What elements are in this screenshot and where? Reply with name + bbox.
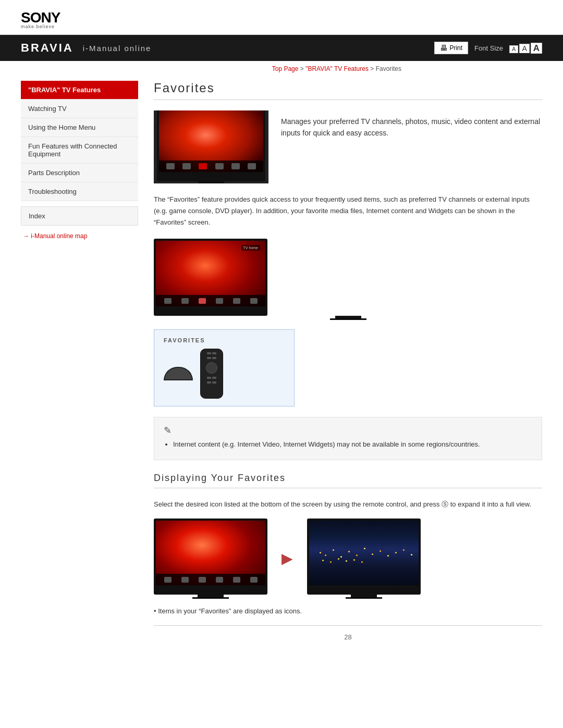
image-row: ► <box>154 519 542 599</box>
print-label: Print <box>449 44 462 52</box>
sidebar-item-bravia-tv-features[interactable]: "BRAVIA" TV Features <box>21 81 138 100</box>
sidebar-item-troubleshooting[interactable]: Troubleshooting <box>21 182 138 201</box>
note-text: Internet content (e.g. Internet Video, I… <box>164 439 532 450</box>
bullet-item-1: Items in your “Favorites” are displayed … <box>154 607 542 615</box>
sidebar-item-parts-description[interactable]: Parts Description <box>21 164 138 182</box>
font-size-controls: A A A <box>509 43 542 54</box>
favorites-inner <box>164 349 285 399</box>
breadcrumb: Top Page > "BRAVIA" TV Features > Favori… <box>0 61 563 76</box>
page-footer: 28 <box>154 625 542 648</box>
sidebar-item-fun-features[interactable]: Fun Features with Connected Equipment <box>21 137 138 164</box>
sidebar-item-watching-tv[interactable]: Watching TV <box>21 100 138 118</box>
sidebar: "BRAVIA" TV Features Watching TV Using t… <box>0 76 138 648</box>
note-icon: ✎ <box>164 425 532 436</box>
font-medium-button[interactable]: A <box>519 44 529 53</box>
page-title: Favorites <box>154 76 542 95</box>
note-box: ✎ Internet content (e.g. Internet Video,… <box>154 417 542 460</box>
favorites-label: FAVORITES <box>164 337 285 343</box>
sidebar-item-using-home-menu[interactable]: Using the Home Menu <box>21 118 138 137</box>
breadcrumb-current: Favorites <box>376 65 401 72</box>
breadcrumb-sep1: > <box>300 65 305 72</box>
sony-tagline: make.believe <box>21 24 542 29</box>
section2-divider <box>154 488 542 488</box>
intro-section: Manages your preferred TV channels, phot… <box>154 110 542 183</box>
font-size-label: Font Size <box>474 44 503 52</box>
bravia-logo: BRAVIA <box>21 41 74 55</box>
section2-title: Displaying Your Favorites <box>154 473 542 484</box>
breadcrumb-top[interactable]: Top Page <box>272 65 299 72</box>
navbar-brand: BRAVIA i-Manual online <box>21 41 151 55</box>
arrow-icon: ► <box>278 548 297 570</box>
imanual-map-link[interactable]: i-Manual online map <box>23 232 87 240</box>
main-layout: "BRAVIA" TV Features Watching TV Using t… <box>0 76 563 669</box>
body-text: The “Favorites” feature provides quick a… <box>154 194 542 228</box>
section2-text: Select the desired icon listed at the bo… <box>154 499 542 510</box>
content-area: Favorites <box>138 76 563 648</box>
page-number: 28 <box>344 633 351 641</box>
print-icon: 🖶 <box>440 44 447 52</box>
intro-tv-image <box>154 110 268 183</box>
sidebar-index[interactable]: Index <box>21 206 138 226</box>
font-large-button[interactable]: A <box>531 43 542 54</box>
city-tv-image <box>307 519 421 599</box>
flower-tv-image <box>154 519 267 599</box>
intro-text: Manages your preferred TV channels, phot… <box>281 110 542 139</box>
title-divider <box>154 100 542 100</box>
favorites-diagram: FAVORITES <box>154 329 295 406</box>
breadcrumb-sep2: > <box>370 65 375 72</box>
sidebar-map-link[interactable]: i-Manual online map <box>21 232 138 240</box>
font-small-button[interactable]: A <box>509 45 518 53</box>
breadcrumb-features[interactable]: "BRAVIA" TV Features <box>305 65 369 72</box>
navbar-controls: 🖶 Print Font Size A A A <box>434 42 542 54</box>
navbar: BRAVIA i-Manual online 🖶 Print Font Size… <box>0 35 563 61</box>
tv-image-2-wrapper: TV home <box>154 239 542 320</box>
page-header: SONY make.believe <box>0 0 563 35</box>
print-button[interactable]: 🖶 Print <box>434 42 468 54</box>
imanual-subtitle: i-Manual online <box>83 44 152 53</box>
note-item-1: Internet content (e.g. Internet Video, I… <box>173 439 532 450</box>
